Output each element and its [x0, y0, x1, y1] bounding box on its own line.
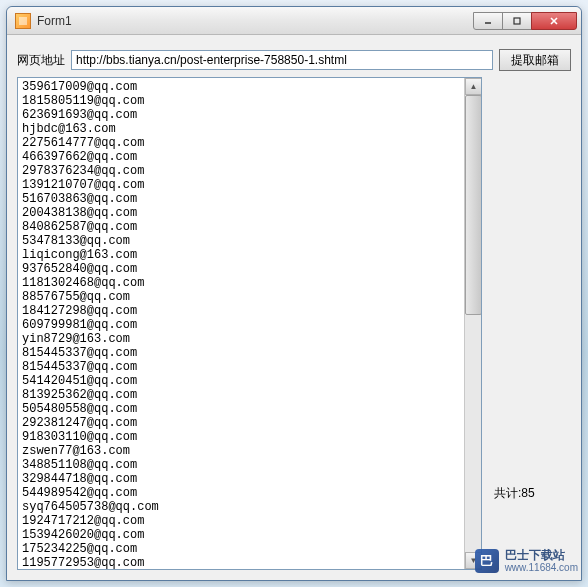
app-window: Form1 网页地址 提取邮箱 359617009@qq.com 1815805… — [6, 6, 582, 581]
total-count-label: 共计:85 — [494, 485, 535, 502]
titlebar[interactable]: Form1 — [7, 7, 581, 35]
side-panel: 共计:85 — [490, 77, 571, 570]
watermark: 巴 巴士下载站 www.11684.com — [475, 549, 578, 573]
extract-emails-button[interactable]: 提取邮箱 — [499, 49, 571, 71]
scroll-up-button[interactable]: ▲ — [465, 78, 482, 95]
app-icon — [15, 13, 31, 29]
minimize-button[interactable] — [473, 12, 503, 30]
url-input[interactable] — [71, 50, 493, 70]
watermark-cn: 巴士下载站 — [505, 549, 578, 562]
window-title: Form1 — [37, 14, 474, 28]
maximize-button[interactable] — [502, 12, 532, 30]
email-list-content: 359617009@qq.com 1815805119@qq.com 62369… — [18, 78, 464, 569]
url-row: 网页地址 提取邮箱 — [17, 49, 571, 71]
scroll-thumb[interactable] — [465, 95, 482, 315]
client-area: 网页地址 提取邮箱 359617009@qq.com 1815805119@qq… — [7, 35, 581, 580]
url-label: 网页地址 — [17, 52, 65, 69]
maximize-icon — [512, 16, 522, 26]
chevron-up-icon: ▲ — [470, 82, 478, 91]
total-value: 85 — [521, 486, 534, 500]
window-controls — [474, 12, 577, 30]
main-panel: 359617009@qq.com 1815805119@qq.com 62369… — [17, 77, 571, 570]
total-prefix: 共计: — [494, 486, 521, 500]
email-listbox[interactable]: 359617009@qq.com 1815805119@qq.com 62369… — [17, 77, 482, 570]
svg-rect-1 — [514, 18, 520, 24]
watermark-logo-icon: 巴 — [475, 549, 499, 573]
close-button[interactable] — [531, 12, 577, 30]
minimize-icon — [483, 16, 493, 26]
watermark-url: www.11684.com — [505, 562, 578, 573]
close-icon — [548, 15, 560, 27]
vertical-scrollbar[interactable]: ▲ ▼ — [464, 78, 481, 569]
watermark-text: 巴士下载站 www.11684.com — [505, 549, 578, 573]
